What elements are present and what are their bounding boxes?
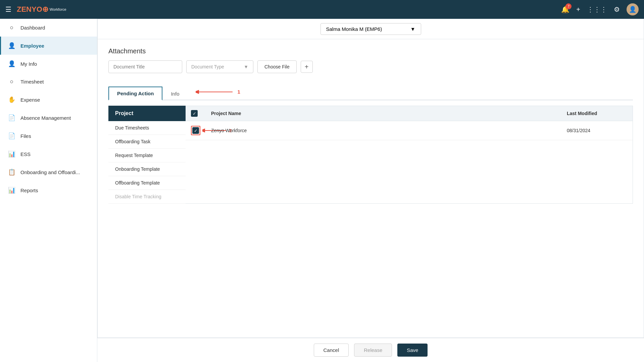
choose-file-button[interactable]: Choose File	[257, 60, 297, 73]
sidebar-item-expense[interactable]: ✋ Expense	[0, 91, 97, 109]
row-last-modified: 08/31/2024	[567, 128, 627, 133]
annotation-number-1: 1	[237, 89, 240, 95]
avatar[interactable]: 👤	[627, 3, 639, 15]
myinfo-icon: 👤	[8, 60, 16, 67]
annotation-arrow-1: 1	[196, 87, 240, 97]
notification-button[interactable]: 🔔 7	[561, 5, 569, 13]
sidebar-item-myinfo[interactable]: 👤 My Info	[0, 55, 97, 73]
timesheet-icon: ○	[8, 78, 16, 85]
sidebar-item-label: Expense	[20, 97, 40, 103]
sidebar-item-label: Employee	[20, 43, 44, 49]
release-button[interactable]: Release	[354, 344, 392, 357]
top-bar: Salma Monika M (EMP6) ▼	[98, 19, 644, 39]
employee-icon: 👤	[8, 42, 16, 49]
project-menu-offboarding-template[interactable]: Offboarding Template	[108, 176, 186, 190]
reports-icon: 📊	[8, 187, 16, 194]
logo-icon: ⊕	[42, 5, 48, 13]
col-project-name: Project Name	[211, 111, 567, 116]
add-attachment-button[interactable]: +	[301, 61, 313, 73]
topnav: ☰ ZENYO⊕ Workforce 🔔 7 + ⋮⋮⋮ ⚙ 👤	[0, 0, 644, 19]
sidebar-item-onboarding[interactable]: 📋 Onboarding and Offoardi...	[0, 163, 97, 181]
sidebar-item-label: Files	[20, 133, 31, 139]
topnav-right: 🔔 7 + ⋮⋮⋮ ⚙ 👤	[561, 3, 639, 15]
sidebar-item-reports[interactable]: 📊 Reports	[0, 181, 97, 199]
dashboard-icon: ○	[8, 24, 16, 31]
checkmark-icon: ✓	[193, 111, 196, 116]
tabs-row: Pending Action Info 1	[108, 87, 633, 100]
attachments-title: Attachments	[108, 47, 633, 55]
document-title-input[interactable]	[108, 60, 182, 73]
sidebar-item-label: My Info	[20, 61, 37, 67]
table-row-check: ✓	[191, 126, 211, 135]
save-button[interactable]: Save	[397, 344, 428, 357]
sidebar-item-dashboard[interactable]: ○ Dashboard	[0, 19, 97, 37]
project-menu-request-template[interactable]: Request Template	[108, 149, 186, 162]
project-panel: Project Due Timesheets Offboarding Task …	[108, 106, 186, 204]
checkbox-annotation-box: ✓	[191, 126, 200, 135]
hamburger-icon[interactable]: ☰	[5, 5, 11, 13]
tab-pending-action[interactable]: Pending Action	[108, 87, 162, 100]
grid-button[interactable]: ⋮⋮⋮	[587, 5, 607, 13]
tabs-section: Pending Action Info 1	[98, 81, 644, 100]
row-checkbox[interactable]: ✓	[192, 127, 199, 134]
layout: ○ Dashboard 👤 Employee 👤 My Info ○ Times…	[0, 19, 644, 362]
ess-icon: 📊	[8, 150, 16, 158]
add-button[interactable]: +	[576, 6, 580, 13]
select-all-checkbox[interactable]: ✓	[191, 110, 198, 117]
attachments-section: Attachments Document Type ▼ Choose File …	[98, 39, 644, 81]
content-area: Salma Monika M (EMP6) ▼ Attachments Docu…	[97, 19, 644, 338]
notification-badge: 7	[565, 3, 572, 9]
expense-icon: ✋	[8, 96, 16, 103]
cancel-button[interactable]: Cancel	[314, 344, 349, 357]
files-icon: 📄	[8, 132, 16, 140]
logo-workforce: Workforce	[50, 7, 66, 11]
red-arrow-svg	[196, 87, 236, 97]
sidebar-item-label: Onboarding and Offoardi...	[20, 169, 80, 175]
project-menu-onboarding-template[interactable]: Onboarding Template	[108, 162, 186, 176]
sidebar-item-absence[interactable]: 📄 Absence Management	[0, 109, 97, 127]
tab-info[interactable]: Info	[162, 87, 188, 100]
attachments-row: Document Type ▼ Choose File +	[108, 60, 633, 73]
table-panel: ✓ Project Name Last Modified	[186, 106, 633, 204]
table-row: ✓	[186, 121, 633, 140]
project-menu-due-timesheets[interactable]: Due Timesheets	[108, 121, 186, 135]
employee-dropdown[interactable]: Salma Monika M (EMP6) ▼	[320, 23, 421, 35]
sidebar: ○ Dashboard 👤 Employee 👤 My Info ○ Times…	[0, 19, 97, 362]
sidebar-item-label: Absence Management	[20, 115, 71, 121]
doc-type-chevron-icon: ▼	[244, 64, 248, 69]
project-menu-disable-time: Disable Time Tracking	[108, 190, 186, 204]
chevron-down-icon: ▼	[410, 26, 415, 32]
sidebar-item-employee[interactable]: 👤 Employee	[0, 37, 97, 55]
topnav-left: ☰ ZENYO⊕ Workforce	[5, 5, 66, 14]
row-checkmark-icon: ✓	[194, 128, 198, 133]
footer-bar: Cancel Release Save	[97, 338, 644, 362]
sidebar-item-label: Dashboard	[20, 25, 45, 31]
employee-dropdown-value: Salma Monika M (EMP6)	[326, 26, 382, 32]
onboarding-icon: 📋	[8, 168, 16, 176]
main-content: Salma Monika M (EMP6) ▼ Attachments Docu…	[97, 19, 644, 362]
table-header: ✓ Project Name Last Modified	[186, 106, 633, 121]
sidebar-item-timesheet[interactable]: ○ Timesheet	[0, 73, 97, 91]
project-panel-header: Project	[108, 106, 186, 121]
document-type-select[interactable]: Document Type ▼	[186, 60, 253, 73]
sidebar-item-label: ESS	[20, 151, 31, 157]
row-project-name: Zenyo Workforce	[211, 128, 567, 133]
sidebar-item-ess[interactable]: 📊 ESS	[0, 145, 97, 163]
table-header-check: ✓	[191, 110, 211, 117]
sidebar-item-files[interactable]: 📄 Files	[0, 127, 97, 145]
logo: ZENYO⊕ Workforce	[17, 5, 66, 14]
settings-button[interactable]: ⚙	[614, 5, 620, 13]
lower-content: Project Due Timesheets Offboarding Task …	[98, 106, 644, 209]
absence-icon: 📄	[8, 114, 16, 121]
col-last-modified: Last Modified	[567, 111, 627, 116]
project-menu-offboarding-task[interactable]: Offboarding Task	[108, 135, 186, 149]
sidebar-item-label: Reports	[20, 188, 38, 193]
logo-zenyo: ZENYO	[17, 5, 42, 13]
doc-type-placeholder: Document Type	[191, 64, 224, 69]
sidebar-item-label: Timesheet	[20, 79, 44, 85]
